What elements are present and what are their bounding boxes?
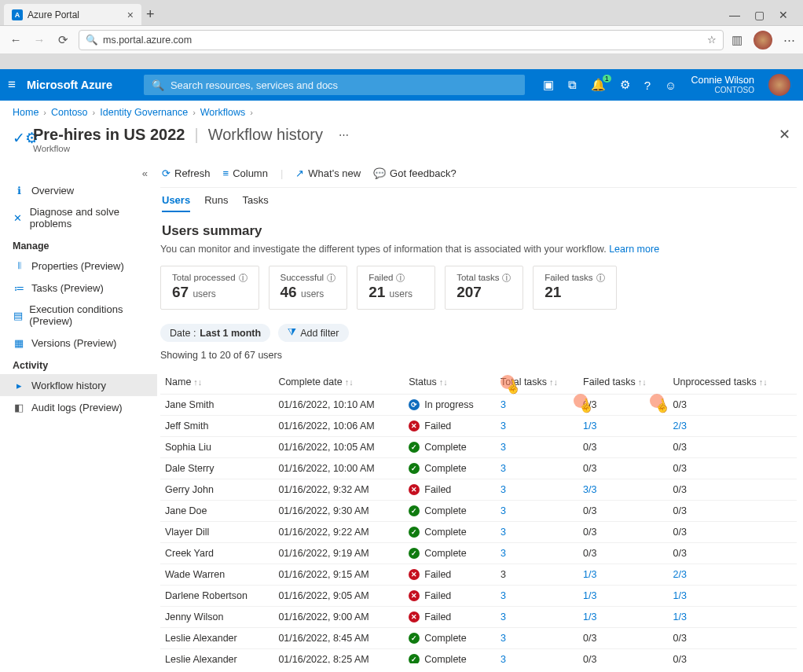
browser-tab[interactable]: A Azure Portal ×	[4, 4, 141, 26]
info-icon[interactable]: i	[396, 274, 405, 282]
cell-total[interactable]: 3	[496, 437, 578, 458]
table-row[interactable]: Vlayer Dill 01/16/2022, 9:22 AM ✓Complet…	[160, 522, 797, 543]
close-window-icon[interactable]: ✕	[779, 9, 788, 21]
cell-total[interactable]: 3	[496, 628, 578, 649]
sidebar-item[interactable]: ▸Workflow history	[0, 374, 157, 396]
sidebar-item[interactable]: ≔Tasks (Preview)	[0, 277, 157, 299]
cell-unproc[interactable]: 2/3	[669, 416, 797, 437]
table-row[interactable]: Jenny Wilson 01/16/2022, 9:00 AM ✕Failed…	[160, 607, 797, 628]
cell-unproc[interactable]: 1/3	[669, 607, 797, 628]
profile-avatar-icon[interactable]	[754, 31, 772, 50]
cursor-overlay-icon: ☝	[650, 394, 670, 414]
table-row[interactable]: Leslie Alexander 01/16/2022, 8:25 AM ✓Co…	[160, 649, 797, 664]
cell-total[interactable]: 3	[496, 543, 578, 564]
feedback-button[interactable]: 💬Got feedback?	[373, 167, 456, 179]
tab-users[interactable]: Users	[162, 194, 190, 212]
whats-new-button[interactable]: ↗What's new	[295, 167, 361, 179]
column-header[interactable]: Failed tasks↑↓	[578, 370, 668, 395]
hamburger-icon[interactable]: ≡	[8, 77, 16, 93]
refresh-button[interactable]: ⟳Refresh	[162, 167, 211, 179]
cell-status: ✓Complete	[404, 522, 496, 543]
breadcrumb-link[interactable]: Identity Governance	[100, 107, 188, 118]
favorite-icon[interactable]: ☆	[707, 34, 717, 46]
sidebar-item[interactable]: ◧Audit logs (Preview)	[0, 396, 157, 418]
column-header[interactable]: Status↑↓	[404, 370, 496, 395]
table-row[interactable]: Darlene Robertson 01/16/2022, 9:05 AM ✕F…	[160, 586, 797, 607]
cell-failed[interactable]: 1/3	[578, 586, 668, 607]
sidebar-item[interactable]: ✕Diagnose and solve problems	[0, 201, 157, 234]
cell-failed[interactable]: 1/3	[578, 564, 668, 586]
table-row[interactable]: Jane Doe 01/16/2022, 9:30 AM ✓Complete 3…	[160, 501, 797, 522]
cell-total[interactable]: 3	[496, 458, 578, 479]
cell-failed: 0/3	[578, 543, 668, 564]
sidebar-item[interactable]: ⦀Properties (Preview)	[0, 255, 157, 277]
sidebar-item[interactable]: ▤Execution conditions (Preview)	[0, 299, 157, 332]
cell-failed[interactable]: 3/3	[578, 479, 668, 501]
column-header[interactable]: Complete date↑↓	[273, 370, 404, 395]
user-block[interactable]: Connie Wilson CONTOSO	[691, 75, 754, 95]
url-input[interactable]: 🔍 ms.portal.azure.com ☆	[79, 30, 724, 50]
page-header: ✓⚙ Pre-hires in US 2022 | Workflow histo…	[0, 124, 803, 161]
info-icon[interactable]: i	[239, 274, 248, 282]
cell-unproc[interactable]: 1/3	[669, 586, 797, 607]
cell-total[interactable]: 3	[496, 607, 578, 628]
filter-date[interactable]: Date : Last 1 month	[160, 324, 270, 342]
table-row[interactable]: Leslie Alexander 01/16/2022, 8:45 AM ✓Co…	[160, 628, 797, 649]
directory-icon[interactable]: ⧉	[568, 78, 577, 92]
info-icon[interactable]: i	[327, 274, 336, 282]
table-row[interactable]: Creek Yard 01/16/2022, 9:19 AM ✓Complete…	[160, 543, 797, 564]
table-row[interactable]: Dale Sterry 01/16/2022, 10:00 AM ✓Comple…	[160, 458, 797, 479]
cell-total[interactable]: 3	[496, 501, 578, 522]
add-filter-button[interactable]: ⧩ Add filter	[278, 324, 348, 342]
minimize-icon[interactable]: —	[729, 9, 740, 21]
breadcrumb-link[interactable]: Home	[13, 107, 38, 118]
close-tab-icon[interactable]: ×	[127, 9, 134, 21]
cell-failed[interactable]: 1/3	[578, 607, 668, 628]
sidebar-item[interactable]: ℹOverview	[0, 179, 157, 201]
tab-runs[interactable]: Runs	[204, 194, 228, 212]
tab-tasks[interactable]: Tasks	[243, 194, 269, 212]
more-icon[interactable]: ⋯	[783, 33, 795, 47]
table-row[interactable]: Gerry John 01/16/2022, 9:32 AM ✕Failed 3…	[160, 479, 797, 501]
settings-icon[interactable]: ⚙	[620, 78, 630, 92]
sidebar-item[interactable]: ▦Versions (Preview)	[0, 332, 157, 354]
table-row[interactable]: Jeff Smith 01/16/2022, 10:06 AM ✕Failed …	[160, 416, 797, 437]
info-icon[interactable]: i	[502, 274, 511, 282]
cell-unproc[interactable]: 2/3	[669, 564, 797, 586]
breadcrumb-link[interactable]: Workflows	[200, 107, 245, 118]
cell-name: Jane Doe	[160, 501, 273, 522]
cell-failed[interactable]: 1/3	[578, 416, 668, 437]
feedback-icon[interactable]: ☺	[665, 79, 676, 92]
back-button[interactable]: ←	[8, 33, 24, 46]
refresh-button[interactable]: ⟳	[55, 33, 71, 47]
table-row[interactable]: Jane Smith 01/16/2022, 10:10 AM ⟳In prog…	[160, 395, 797, 416]
brand[interactable]: Microsoft Azure	[27, 79, 112, 91]
notifications-icon[interactable]: 🔔1	[591, 78, 606, 92]
user-avatar-icon[interactable]	[768, 74, 790, 96]
cell-total[interactable]: 3	[496, 479, 578, 501]
learn-more-link[interactable]: Learn more	[609, 244, 659, 255]
new-tab-button[interactable]: +	[146, 6, 155, 23]
cell-total[interactable]: 3	[496, 416, 578, 437]
cell-total[interactable]: 3	[496, 649, 578, 664]
cell-total[interactable]: 3	[496, 395, 578, 416]
cloud-shell-icon[interactable]: ▣	[543, 78, 554, 92]
column-button[interactable]: ≡Column	[223, 167, 268, 179]
column-header[interactable]: Unprocessed tasks↑↓	[669, 370, 797, 395]
search-input[interactable]: 🔍 Search resources, services and docs	[144, 75, 525, 95]
maximize-icon[interactable]: ▢	[754, 9, 764, 21]
collections-icon[interactable]: ▥	[732, 33, 742, 47]
table-row[interactable]: Sophia Liu 01/16/2022, 10:05 AM ✓Complet…	[160, 437, 797, 458]
breadcrumb-link[interactable]: Contoso	[51, 107, 88, 118]
close-blade-icon[interactable]: ✕	[779, 126, 790, 143]
cell-total[interactable]: 3	[496, 586, 578, 607]
collapse-sidebar-icon[interactable]: «	[0, 167, 157, 179]
cell-total[interactable]: 3	[496, 522, 578, 543]
info-icon[interactable]: i	[596, 274, 605, 282]
status-icon: ✕	[409, 569, 420, 580]
more-icon[interactable]: ⋯	[339, 129, 349, 141]
sidebar-item-label: Overview	[31, 185, 74, 196]
help-icon[interactable]: ?	[644, 79, 651, 92]
table-row[interactable]: Wade Warren 01/16/2022, 9:15 AM ✕Failed …	[160, 564, 797, 586]
column-header[interactable]: Name↑↓	[160, 370, 273, 395]
